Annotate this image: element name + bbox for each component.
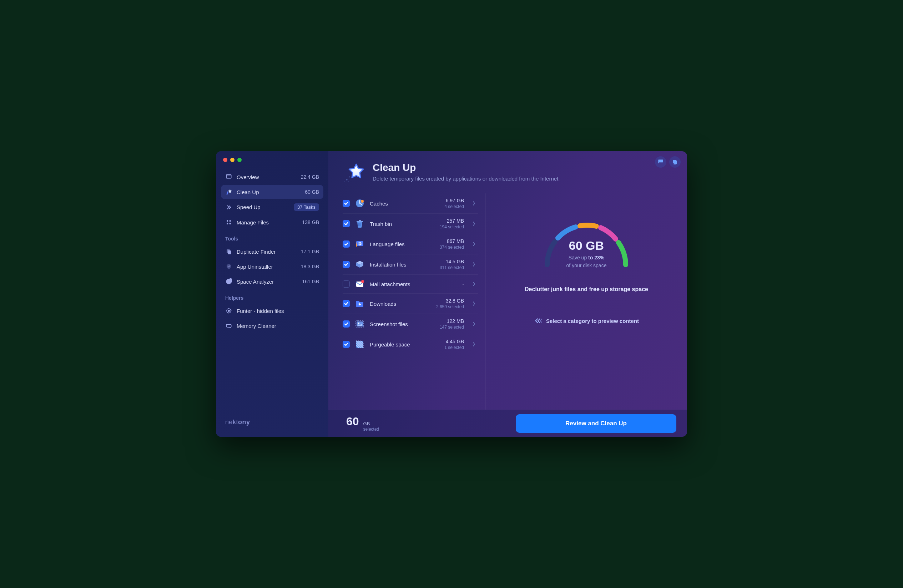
svg-rect-19 — [359, 220, 361, 221]
gauge-save-line: Save up to 23% — [536, 255, 636, 261]
category-size: 867 MB — [440, 238, 464, 244]
svg-point-15 — [348, 182, 349, 182]
category-checkbox[interactable] — [343, 261, 350, 268]
svg-rect-7 — [228, 250, 231, 255]
category-checkbox[interactable] — [343, 220, 350, 227]
sidebar-item-value: 161 GB — [302, 279, 319, 285]
sidebar-item-app-uninstaller[interactable]: App Uninstaller18.3 GB — [221, 259, 323, 274]
sidebar-section-tools: Tools — [221, 230, 323, 244]
chevron-right-icon — [469, 342, 475, 347]
maximize-window-button[interactable] — [238, 158, 242, 162]
duplicate-icon — [225, 248, 232, 255]
svg-point-9 — [228, 310, 230, 312]
svg-point-13 — [349, 177, 350, 177]
sidebar-item-value: 37 Tasks — [294, 203, 319, 211]
declutter-text: Declutter junk files and free up storage… — [525, 286, 648, 292]
review-cleanup-button[interactable]: Review and Clean Up — [516, 414, 676, 433]
brand-logo: nektony — [221, 415, 323, 429]
category-selected-count: 2 659 selected — [436, 304, 464, 309]
category-size: 32.8 GB — [436, 298, 464, 303]
sidebar-item-value: 17.1 GB — [301, 249, 319, 255]
svg-point-3 — [230, 220, 231, 222]
category-row-trash-bin[interactable]: Trash bin257 MB194 selected — [343, 214, 478, 234]
purgeable-icon — [355, 339, 365, 349]
sidebar-item-label: Duplicate Finder — [237, 249, 297, 255]
close-window-button[interactable] — [223, 158, 227, 162]
caches-icon — [355, 198, 365, 208]
news-button[interactable] — [669, 156, 681, 168]
sidebar-item-label: Speed Up — [237, 204, 289, 210]
sidebar-item-label: Funter - hidden files — [237, 308, 319, 314]
category-checkbox[interactable] — [343, 241, 350, 248]
cleanup-icon — [225, 189, 232, 195]
category-row-installation-files[interactable]: Installation files14.5 GB311 selected — [343, 255, 478, 275]
screenshot-icon — [355, 319, 365, 329]
category-checkbox[interactable] — [343, 200, 350, 207]
svg-point-4 — [227, 223, 228, 225]
sidebar: Overview22.4 GBClean Up60 GBSpeed Up37 T… — [216, 151, 328, 437]
svg-point-23 — [361, 280, 364, 283]
sidebar-item-funter-hidden-files[interactable]: Funter - hidden files — [221, 303, 323, 318]
footer-total: 60 GB selected — [346, 415, 379, 432]
chevron-right-icon — [469, 281, 475, 286]
category-checkbox[interactable] — [343, 341, 350, 348]
category-size: 4.45 GB — [444, 339, 464, 344]
category-size: 6.97 GB — [444, 198, 464, 203]
category-name: Trash bin — [370, 221, 435, 227]
category-row-purgeable-space[interactable]: Purgeable space4.45 GB1 selected — [343, 334, 478, 354]
svg-rect-0 — [226, 175, 231, 178]
category-name: Downloads — [370, 301, 431, 307]
mail-icon — [355, 279, 365, 289]
category-selected-count: 4 selected — [444, 204, 464, 209]
category-name: Installation files — [370, 261, 435, 267]
category-checkbox[interactable] — [343, 321, 350, 327]
sidebar-item-clean-up[interactable]: Clean Up60 GB — [221, 185, 323, 199]
chevrons-left-icon — [534, 318, 542, 324]
sidebar-item-overview[interactable]: Overview22.4 GB — [221, 170, 323, 184]
category-selected-count: 147 selected — [440, 325, 464, 330]
sidebar-item-space-analyzer[interactable]: Space Analyzer161 GB — [221, 274, 323, 289]
category-size: 257 MB — [440, 218, 464, 224]
chat-support-button[interactable] — [655, 156, 666, 168]
gauge-space-line: of your disk space — [536, 263, 636, 268]
svg-point-5 — [230, 223, 231, 225]
sidebar-item-manage-files[interactable]: Manage Files138 GB — [221, 215, 323, 230]
svg-point-25 — [358, 322, 359, 324]
svg-marker-1 — [228, 189, 232, 193]
sidebar-item-label: Manage Files — [237, 219, 298, 225]
chevron-right-icon — [469, 321, 475, 327]
category-checkbox[interactable] — [343, 280, 350, 288]
chevron-right-icon — [469, 221, 475, 226]
trash-icon — [355, 219, 365, 229]
category-row-caches[interactable]: Caches6.97 GB4 selected — [343, 193, 478, 214]
category-row-mail-attachments[interactable]: Mail attachments- — [343, 275, 478, 294]
category-size: - — [462, 281, 464, 287]
category-size: 122 MB — [440, 318, 464, 324]
category-row-downloads[interactable]: Downloads32.8 GB2 659 selected — [343, 294, 478, 314]
sidebar-item-speed-up[interactable]: Speed Up37 Tasks — [221, 200, 323, 214]
category-name: Mail attachments — [370, 281, 457, 287]
category-name: Screenshot files — [370, 321, 435, 327]
gauge-total: 60 GB — [536, 239, 636, 253]
analyzer-icon — [225, 278, 232, 285]
page-title: Clean Up — [373, 162, 560, 173]
category-selected-count: 311 selected — [440, 265, 464, 270]
page-subtitle: Delete temporary files created by applic… — [373, 176, 560, 182]
svg-rect-11 — [676, 160, 677, 164]
sidebar-item-label: Overview — [237, 174, 297, 180]
preview-hint: Select a category to preview content — [534, 318, 639, 324]
category-checkbox[interactable] — [343, 300, 350, 307]
category-row-language-files[interactable]: Language files867 MB374 selected — [343, 234, 478, 255]
minimize-window-button[interactable] — [230, 158, 234, 162]
sidebar-item-label: Memory Cleaner — [237, 323, 319, 329]
svg-rect-10 — [226, 324, 231, 327]
page-header: Clean Up Delete temporary files created … — [328, 151, 687, 193]
sidebar-item-memory-cleaner[interactable]: Memory Cleaner — [221, 319, 323, 333]
footer-bar: 60 GB selected Review and Clean Up — [328, 410, 687, 437]
chevron-right-icon — [469, 262, 475, 267]
sidebar-item-duplicate-finder[interactable]: Duplicate Finder17.1 GB — [221, 244, 323, 259]
category-row-screenshot-files[interactable]: Screenshot files122 MB147 selected — [343, 314, 478, 334]
chevron-right-icon — [469, 242, 475, 247]
chevron-right-icon — [469, 301, 475, 306]
svg-point-17 — [361, 200, 364, 203]
